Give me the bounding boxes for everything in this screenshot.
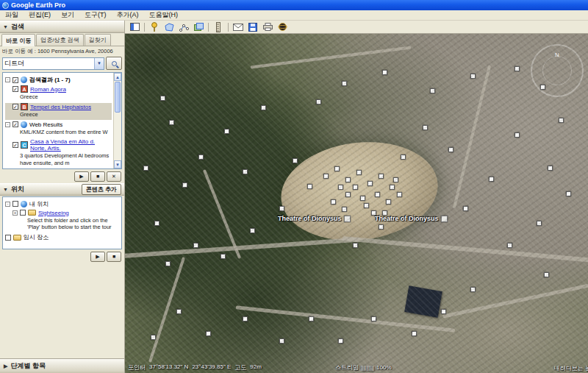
menu-edit[interactable]: 편집(E) (24, 10, 56, 20)
expander-icon[interactable]: - (5, 122, 10, 127)
photo-marker-icon[interactable] (397, 192, 402, 197)
save-image-icon[interactable] (248, 22, 258, 32)
hide-sidebar-icon[interactable] (129, 22, 140, 32)
photo-marker-icon[interactable] (220, 254, 226, 259)
menu-add[interactable]: 추가(A) (112, 10, 144, 20)
add-image-overlay-icon[interactable] (193, 22, 204, 32)
search-panel-header[interactable]: ▼ 검색 (0, 21, 124, 33)
photo-marker-icon[interactable] (360, 196, 365, 201)
checkbox[interactable]: ✓ (12, 77, 18, 83)
photo-marker-icon[interactable] (393, 177, 398, 182)
checkbox[interactable]: ✓ (12, 121, 18, 127)
title-bar[interactable]: Google Earth Pro (0, 0, 588, 10)
photo-marker-icon[interactable] (470, 74, 476, 79)
temporary-places-row[interactable]: 임시 장소 (5, 233, 120, 241)
expander-icon[interactable]: - (5, 202, 10, 207)
photo-marker-icon[interactable] (206, 331, 211, 336)
photo-marker-icon[interactable] (412, 331, 417, 336)
menu-help[interactable]: 도움말(H) (144, 10, 184, 20)
places-panel-header[interactable]: ▼ 위치 콘텐츠 추가 (0, 183, 124, 196)
photo-marker-icon[interactable] (331, 199, 336, 205)
result-row-c[interactable]: ✓ C Casa à Venda em Alto d. Norte, Artis… (5, 138, 112, 152)
search-input[interactable] (3, 60, 94, 67)
checkbox[interactable] (20, 210, 26, 216)
photo-marker-icon[interactable] (338, 338, 343, 344)
add-placemark-icon[interactable] (149, 22, 159, 32)
photo-marker-icon[interactable] (316, 99, 321, 104)
layers-panel-header[interactable]: ▶ 단계별 항목 (0, 358, 124, 373)
email-icon[interactable] (233, 22, 243, 32)
photo-marker-icon[interactable] (293, 158, 298, 163)
photo-marker-icon[interactable] (463, 206, 468, 211)
checkbox[interactable]: ✓ (12, 142, 18, 148)
photo-marker-icon[interactable] (243, 169, 248, 174)
result-link[interactable]: Roman Agora (30, 86, 66, 93)
photo-marker-icon[interactable] (342, 81, 347, 86)
combo-dropdown-icon[interactable]: ▼ (94, 58, 104, 69)
photo-marker-icon[interactable] (537, 221, 542, 226)
photo-marker-icon[interactable] (160, 96, 165, 101)
result-row-b[interactable]: ✓ B Tempel des Hephaistos (5, 103, 112, 110)
checkbox[interactable]: ✓ (12, 104, 18, 110)
play-tour-button[interactable]: ▶ (74, 171, 89, 182)
stop-tour-button[interactable]: ■ (107, 252, 121, 262)
play-tour-button[interactable]: ▶ (90, 252, 105, 262)
photo-marker-icon[interactable] (143, 166, 148, 171)
photo-marker-icon[interactable] (151, 335, 156, 340)
print-icon[interactable] (262, 22, 273, 32)
web-results-row[interactable]: - ✓ Web Results (5, 121, 112, 128)
photo-marker-icon[interactable] (430, 88, 435, 93)
search-button[interactable] (106, 57, 122, 70)
menu-tools[interactable]: 도구(T) (79, 10, 112, 20)
photo-marker-icon[interactable] (401, 154, 406, 160)
photo-marker-icon[interactable] (154, 221, 159, 226)
checkbox[interactable]: ✓ (12, 86, 18, 92)
photo-marker-icon[interactable] (323, 174, 329, 179)
photo-marker-icon[interactable] (309, 316, 314, 322)
scroll-down-icon[interactable]: ▼ (114, 160, 121, 168)
clear-results-button[interactable]: ✕ (107, 171, 121, 182)
photo-marker-icon[interactable] (382, 210, 387, 216)
photo-marker-icon[interactable] (342, 207, 347, 212)
photo-marker-icon[interactable] (514, 66, 520, 71)
photo-marker-icon[interactable] (345, 177, 351, 182)
photo-marker-icon[interactable] (540, 85, 545, 90)
sky-icon[interactable] (277, 22, 287, 32)
satellite-map[interactable]: Theatre of Dionysus Theatre of Dionysus … (125, 34, 588, 373)
photo-marker-icon[interactable] (368, 181, 373, 186)
photo-marker-icon[interactable] (375, 192, 380, 197)
photo-marker-icon[interactable] (371, 316, 376, 322)
tab-find-businesses[interactable]: 업종/상호 검색 (36, 34, 83, 46)
photo-marker-icon[interactable] (261, 105, 266, 110)
my-places-row[interactable]: - 내 위치 (5, 200, 120, 208)
scrollbar-thumb[interactable] (115, 82, 121, 113)
photo-marker-icon[interactable] (279, 206, 284, 211)
photo-marker-icon[interactable] (390, 185, 395, 190)
selected-result-block[interactable]: ✓ B Tempel des Hephaistos Greece (5, 103, 112, 119)
photo-marker-icon[interactable] (334, 166, 340, 171)
photo-marker-icon[interactable] (169, 120, 174, 125)
checkbox[interactable] (5, 235, 11, 241)
menu-file[interactable]: 파일 (0, 10, 24, 20)
photo-marker-icon[interactable] (382, 70, 387, 75)
photo-marker-icon[interactable] (182, 182, 187, 188)
sightseeing-row[interactable]: + Sightseeing (5, 210, 120, 216)
results-root-row[interactable]: - ✓ 검색결과 (1 - 7) (5, 76, 112, 84)
photo-marker-icon[interactable] (345, 192, 351, 197)
photo-marker-icon[interactable] (279, 338, 284, 344)
result-link[interactable]: Tempel des Hephaistos (30, 104, 91, 110)
photo-marker-icon[interactable] (548, 166, 553, 171)
photo-marker-icon[interactable] (489, 177, 494, 182)
photo-marker-icon[interactable] (198, 154, 204, 160)
photo-marker-icon[interactable] (224, 129, 229, 134)
add-polygon-icon[interactable] (164, 22, 174, 32)
photo-marker-icon[interactable] (379, 174, 384, 179)
photo-marker-icon[interactable] (371, 210, 376, 216)
tab-fly-to[interactable]: 바로 이동 (1, 34, 35, 46)
results-scrollbar[interactable]: ▲ ▼ (113, 73, 121, 168)
menu-view[interactable]: 보기 (56, 10, 79, 20)
add-content-button[interactable]: 콘텐츠 추가 (82, 184, 121, 195)
tab-directions[interactable]: 길찾기 (85, 34, 111, 46)
photo-marker-icon[interactable] (514, 132, 520, 138)
photo-marker-icon[interactable] (379, 224, 384, 230)
